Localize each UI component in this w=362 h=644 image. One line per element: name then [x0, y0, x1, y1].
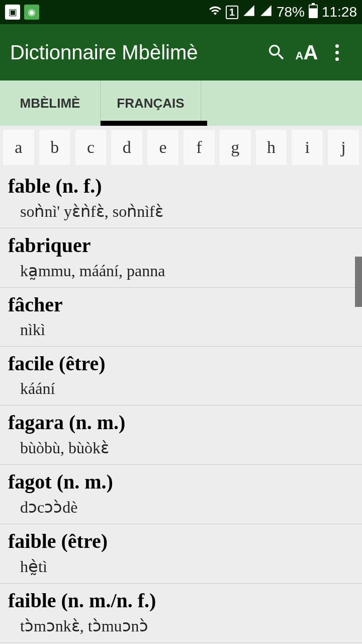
language-tabs: MBÈLIMÈ FRANÇAIS	[0, 80, 362, 126]
alpha-h[interactable]: h	[256, 130, 287, 165]
entry-definition: hḛ̀tì	[8, 557, 354, 576]
alpha-j[interactable]: j	[328, 130, 359, 165]
status-bar: ▣ ◉ 1 78% 11:28	[0, 0, 362, 24]
entry-definition: káání	[8, 379, 354, 398]
entry-definition: nìkì	[8, 320, 354, 339]
entry-headword: fagot (n. m.)	[8, 470, 354, 494]
tab-label: FRANÇAIS	[117, 96, 184, 111]
font-size-icon: AA	[296, 41, 318, 64]
list-item[interactable]: fabriquer ka̰mmu, máání, panna	[0, 228, 362, 288]
app-bar: Dictionnaire Mbèlimè AA	[0, 24, 362, 80]
list-item[interactable]: fagara (n. m.) bùòbù, bùòkɛ̀	[0, 406, 362, 465]
app-title: Dictionnaire Mbèlimè	[10, 41, 261, 64]
signal-icon-1	[242, 4, 255, 21]
alpha-a[interactable]: a	[3, 130, 34, 165]
svg-rect-1	[312, 3, 315, 5]
list-item[interactable]: fable (n. f.) soǹnì' yɛ̀ǹfɛ̀, soǹnìfɛ̀	[0, 169, 362, 228]
list-item[interactable]: fagot (n. m.) dɔcɔɔ̀dè	[0, 465, 362, 524]
gallery-icon: ▣	[5, 5, 20, 20]
clock-time: 11:28	[322, 4, 357, 20]
entry-headword: facile (être)	[8, 352, 354, 375]
signal-icon-2	[259, 4, 273, 21]
alpha-b[interactable]: b	[39, 130, 70, 165]
entry-definition: tɔ̀mɔnkɛ̀, tɔ̀muɔnɔ̀	[8, 616, 354, 635]
alpha-i[interactable]: i	[292, 130, 323, 165]
entry-definition: ka̰mmu, máání, panna	[8, 261, 354, 280]
app-icon: ◉	[24, 5, 39, 20]
list-item[interactable]: faible (n. m./n. f.) tɔ̀mɔnkɛ̀, tɔ̀muɔnɔ…	[0, 584, 362, 643]
entry-definition: soǹnì' yɛ̀ǹfɛ̀, soǹnìfɛ̀	[8, 202, 354, 221]
alpha-c[interactable]: c	[75, 130, 107, 165]
entry-list: fable (n. f.) soǹnì' yɛ̀ǹfɛ̀, soǹnìfɛ̀ f…	[0, 169, 362, 643]
battery-percent: 78%	[277, 4, 305, 20]
sim-icon: 1	[226, 6, 238, 19]
more-vert-icon	[335, 44, 339, 61]
entry-headword: faible (n. m./n. f.)	[8, 589, 354, 612]
alpha-e[interactable]: e	[147, 130, 178, 165]
search-button[interactable]	[261, 42, 292, 62]
entry-definition: dɔcɔɔ̀dè	[8, 498, 354, 517]
svg-rect-2	[309, 5, 317, 8]
entry-headword: fâcher	[8, 293, 354, 316]
tab-mbelime[interactable]: MBÈLIMÈ	[0, 80, 101, 126]
entry-headword: fable (n. f.)	[8, 174, 354, 198]
wifi-icon	[209, 4, 222, 21]
alpha-d[interactable]: d	[111, 130, 142, 165]
overflow-menu-button[interactable]	[322, 44, 352, 61]
font-size-button[interactable]: AA	[292, 41, 322, 64]
list-item[interactable]: facile (être) káání	[0, 347, 362, 406]
tab-francais[interactable]: FRANÇAIS	[101, 80, 201, 126]
entry-headword: fabriquer	[8, 233, 354, 257]
search-icon	[266, 42, 287, 62]
alpha-f[interactable]: f	[184, 130, 215, 165]
list-item[interactable]: faible (être) hḛ̀tì	[0, 524, 362, 584]
list-item[interactable]: fâcher nìkì	[0, 288, 362, 347]
scrollbar-thumb[interactable]	[355, 257, 362, 307]
tab-label: MBÈLIMÈ	[20, 96, 80, 111]
alphabet-row: a b c d e f g h i j	[0, 126, 362, 169]
entry-headword: fagara (n. m.)	[8, 411, 354, 434]
entry-headword: faible (être)	[8, 529, 354, 553]
alpha-g[interactable]: g	[220, 130, 251, 165]
battery-icon	[309, 3, 318, 22]
entry-definition: bùòbù, bùòkɛ̀	[8, 438, 354, 457]
